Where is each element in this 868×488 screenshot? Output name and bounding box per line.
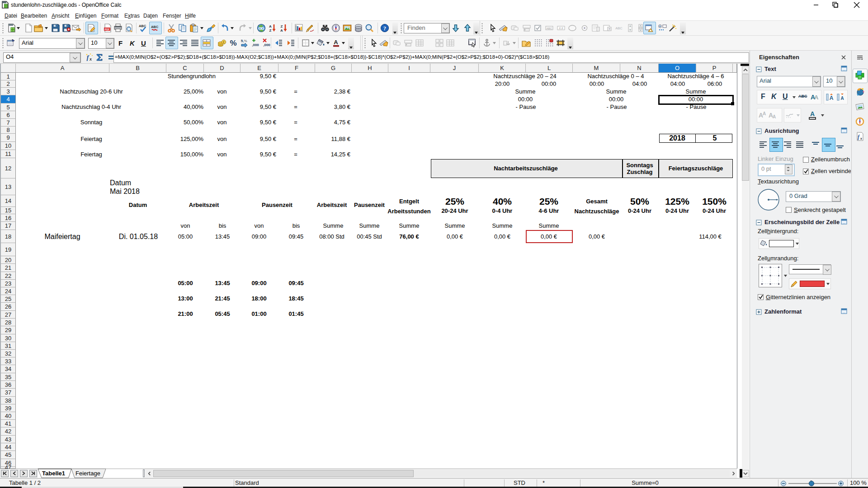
- svg-text:...: ...: [843, 221, 845, 224]
- svg-text:,000: ,000: [252, 43, 259, 47]
- svg-text:%: %: [230, 39, 236, 47]
- svg-text:Z: Z: [269, 28, 272, 33]
- svg-text:A: A: [334, 39, 338, 46]
- svg-text:Z: Z: [281, 24, 283, 28]
- svg-text:%: %: [244, 39, 247, 43]
- svg-text:N: N: [859, 118, 861, 120]
- svg-text:A: A: [830, 95, 834, 101]
- svg-text:A: A: [269, 24, 272, 28]
- svg-text:x: x: [860, 136, 862, 141]
- svg-text:PDF: PDF: [105, 28, 110, 31]
- svg-text:,000: ,000: [263, 43, 270, 47]
- svg-text:A: A: [840, 96, 844, 101]
- svg-text:A: A: [280, 28, 283, 33]
- svg-text:#.#: #.#: [559, 27, 563, 30]
- svg-text:ABC: ABC: [615, 26, 623, 30]
- svg-text:ABC: ABC: [547, 27, 552, 30]
- svg-text:A: A: [810, 110, 815, 117]
- svg-text:?: ?: [383, 25, 387, 32]
- svg-text:5,: 5,: [241, 39, 244, 43]
- svg-text:ABC: ABC: [151, 25, 159, 29]
- svg-text:...: ...: [843, 130, 845, 133]
- svg-text:...: ...: [843, 310, 845, 314]
- svg-text:€: €: [223, 41, 225, 44]
- svg-text:...: ...: [843, 68, 845, 71]
- svg-text:x: x: [89, 56, 92, 61]
